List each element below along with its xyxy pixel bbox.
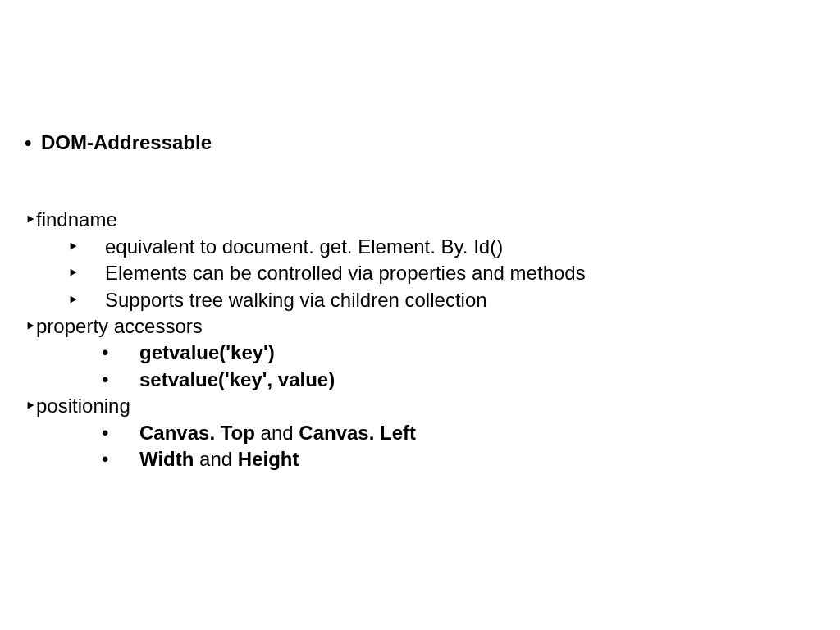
arrow-icon: ‣ <box>67 260 105 286</box>
slide-title: DOM-Addressable <box>41 131 212 153</box>
item-text-part3: Canvas. Left <box>299 422 416 444</box>
slide: •DOM-Addressable ‣findname ‣equivalent t… <box>0 0 840 630</box>
arrow-icon: ‣ <box>67 287 105 313</box>
positioning-item-1: •Canvas. Top and Canvas. Left <box>25 420 840 446</box>
item-text-part2: and <box>194 448 237 470</box>
arrow-icon: ‣ <box>25 393 36 419</box>
section-head: property accessors <box>36 315 203 337</box>
arrow-icon: ‣ <box>25 313 36 340</box>
item-text: setvalue('key', value) <box>139 368 335 390</box>
item-text: Elements can be controlled via propertie… <box>105 262 586 284</box>
section-findname: ‣findname <box>25 207 840 233</box>
bullet-dot: • <box>25 130 41 156</box>
item-text-part2: and <box>255 422 299 444</box>
item-text-part3: Height <box>238 448 299 470</box>
findname-item-1: ‣equivalent to document. get. Element. B… <box>25 234 840 260</box>
bullet-dot: • <box>102 420 139 446</box>
arrow-icon: ‣ <box>25 207 36 233</box>
positioning-item-2: •Width and Height <box>25 446 840 472</box>
item-text-part1: Canvas. Top <box>139 422 255 444</box>
findname-item-3: ‣Supports tree walking via children coll… <box>25 287 840 313</box>
bullet-dot: • <box>102 446 139 472</box>
section-head: findname <box>36 208 117 231</box>
item-text: equivalent to document. get. Element. By… <box>105 235 503 258</box>
findname-item-2: ‣Elements can be controlled via properti… <box>25 260 840 286</box>
bullet-dot: • <box>102 340 139 366</box>
accessors-item-1: •getvalue('key') <box>25 340 840 366</box>
item-text: getvalue('key') <box>139 341 275 363</box>
item-text: Supports tree walking via children colle… <box>105 289 487 311</box>
section-positioning: ‣positioning <box>25 393 840 419</box>
accessors-item-2: •setvalue('key', value) <box>25 367 840 393</box>
slide-title-row: •DOM-Addressable <box>25 130 840 156</box>
item-text-part1: Width <box>139 448 194 470</box>
section-head: positioning <box>36 395 130 417</box>
bullet-dot: • <box>102 367 139 393</box>
section-property-accessors: ‣property accessors <box>25 313 840 340</box>
arrow-icon: ‣ <box>67 234 105 260</box>
